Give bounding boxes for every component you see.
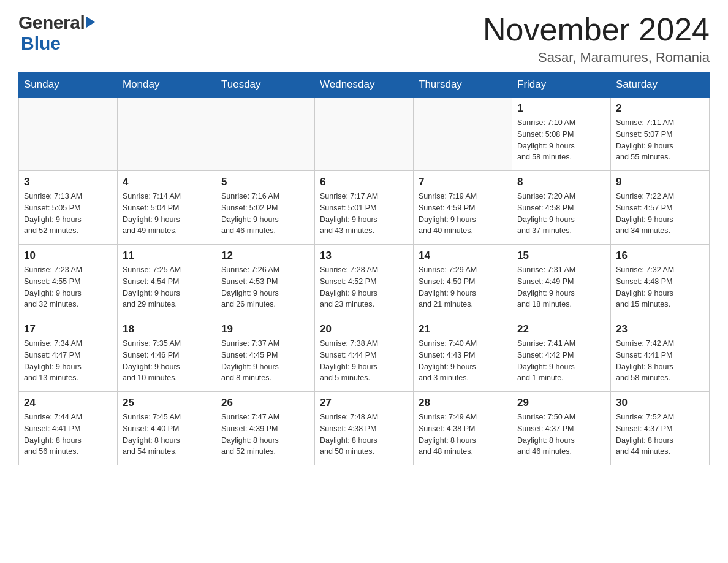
day-info: Sunrise: 7:29 AM Sunset: 4:50 PM Dayligh… — [419, 264, 507, 310]
day-info: Sunrise: 7:38 AM Sunset: 4:44 PM Dayligh… — [320, 338, 408, 384]
day-info: Sunrise: 7:41 AM Sunset: 4:42 PM Dayligh… — [517, 338, 605, 384]
day-number: 28 — [419, 397, 507, 409]
day-number: 14 — [419, 250, 507, 262]
day-number: 27 — [320, 397, 408, 409]
day-number: 21 — [419, 323, 507, 335]
day-number: 1 — [517, 102, 605, 115]
day-number: 5 — [221, 176, 309, 188]
calendar-cell: 23Sunrise: 7:42 AM Sunset: 4:41 PM Dayli… — [611, 318, 710, 392]
day-number: 26 — [221, 397, 309, 409]
calendar-cell: 21Sunrise: 7:40 AM Sunset: 4:43 PM Dayli… — [414, 318, 512, 392]
day-number: 17 — [24, 323, 112, 335]
day-info: Sunrise: 7:10 AM Sunset: 5:08 PM Dayligh… — [517, 117, 605, 163]
calendar-cell — [19, 98, 118, 171]
calendar-cell — [414, 98, 512, 171]
calendar-cell: 1Sunrise: 7:10 AM Sunset: 5:08 PM Daylig… — [512, 98, 611, 171]
day-info: Sunrise: 7:22 AM Sunset: 4:57 PM Dayligh… — [616, 191, 704, 237]
day-info: Sunrise: 7:26 AM Sunset: 4:53 PM Dayligh… — [221, 264, 309, 310]
calendar-cell: 29Sunrise: 7:50 AM Sunset: 4:37 PM Dayli… — [512, 392, 611, 465]
day-info: Sunrise: 7:23 AM Sunset: 4:55 PM Dayligh… — [24, 264, 112, 310]
calendar-cell: 20Sunrise: 7:38 AM Sunset: 4:44 PM Dayli… — [315, 318, 414, 392]
weekday-header-sunday: Sunday — [19, 72, 118, 98]
day-info: Sunrise: 7:19 AM Sunset: 4:59 PM Dayligh… — [419, 191, 507, 237]
calendar-week-row: 17Sunrise: 7:34 AM Sunset: 4:47 PM Dayli… — [19, 318, 710, 392]
day-info: Sunrise: 7:35 AM Sunset: 4:46 PM Dayligh… — [123, 338, 211, 384]
day-number: 3 — [24, 176, 112, 188]
calendar-cell: 9Sunrise: 7:22 AM Sunset: 4:57 PM Daylig… — [611, 171, 710, 245]
calendar-cell: 18Sunrise: 7:35 AM Sunset: 4:46 PM Dayli… — [118, 318, 216, 392]
day-number: 8 — [517, 176, 605, 188]
calendar-cell: 22Sunrise: 7:41 AM Sunset: 4:42 PM Dayli… — [512, 318, 611, 392]
day-number: 25 — [123, 397, 211, 409]
day-info: Sunrise: 7:34 AM Sunset: 4:47 PM Dayligh… — [24, 338, 112, 384]
calendar-cell: 4Sunrise: 7:14 AM Sunset: 5:04 PM Daylig… — [118, 171, 216, 245]
calendar-cell — [118, 98, 216, 171]
day-info: Sunrise: 7:40 AM Sunset: 4:43 PM Dayligh… — [419, 338, 507, 384]
calendar-table: SundayMondayTuesdayWednesdayThursdayFrid… — [18, 72, 710, 465]
weekday-header-thursday: Thursday — [414, 72, 512, 98]
calendar-cell: 16Sunrise: 7:32 AM Sunset: 4:48 PM Dayli… — [611, 245, 710, 318]
calendar-cell — [315, 98, 414, 171]
day-number: 22 — [517, 323, 605, 335]
calendar-cell: 17Sunrise: 7:34 AM Sunset: 4:47 PM Dayli… — [19, 318, 118, 392]
day-number: 24 — [24, 397, 112, 409]
calendar-week-row: 10Sunrise: 7:23 AM Sunset: 4:55 PM Dayli… — [19, 245, 710, 318]
weekday-header-monday: Monday — [118, 72, 216, 98]
calendar-cell: 27Sunrise: 7:48 AM Sunset: 4:38 PM Dayli… — [315, 392, 414, 465]
day-number: 7 — [419, 176, 507, 188]
calendar-cell: 3Sunrise: 7:13 AM Sunset: 5:05 PM Daylig… — [19, 171, 118, 245]
day-number: 23 — [616, 323, 704, 335]
day-number: 9 — [616, 176, 704, 188]
day-info: Sunrise: 7:32 AM Sunset: 4:48 PM Dayligh… — [616, 264, 704, 310]
day-number: 30 — [616, 397, 704, 409]
weekday-header-friday: Friday — [512, 72, 611, 98]
calendar-cell: 26Sunrise: 7:47 AM Sunset: 4:39 PM Dayli… — [216, 392, 315, 465]
calendar-cell: 24Sunrise: 7:44 AM Sunset: 4:41 PM Dayli… — [19, 392, 118, 465]
day-number: 10 — [24, 250, 112, 262]
day-number: 20 — [320, 323, 408, 335]
day-info: Sunrise: 7:50 AM Sunset: 4:37 PM Dayligh… — [517, 412, 605, 458]
calendar-cell: 14Sunrise: 7:29 AM Sunset: 4:50 PM Dayli… — [414, 245, 512, 318]
day-number: 19 — [221, 323, 309, 335]
weekday-header-wednesday: Wednesday — [315, 72, 414, 98]
logo-blue-text: Blue — [21, 33, 61, 53]
day-info: Sunrise: 7:49 AM Sunset: 4:38 PM Dayligh… — [419, 412, 507, 458]
calendar-week-row: 24Sunrise: 7:44 AM Sunset: 4:41 PM Dayli… — [19, 392, 710, 465]
weekday-header-row: SundayMondayTuesdayWednesdayThursdayFrid… — [19, 72, 710, 98]
day-number: 4 — [123, 176, 211, 188]
day-info: Sunrise: 7:44 AM Sunset: 4:41 PM Dayligh… — [24, 412, 112, 458]
day-info: Sunrise: 7:52 AM Sunset: 4:37 PM Dayligh… — [616, 412, 704, 458]
day-info: Sunrise: 7:13 AM Sunset: 5:05 PM Dayligh… — [24, 191, 112, 237]
day-number: 13 — [320, 250, 408, 262]
calendar-cell: 30Sunrise: 7:52 AM Sunset: 4:37 PM Dayli… — [611, 392, 710, 465]
day-info: Sunrise: 7:47 AM Sunset: 4:39 PM Dayligh… — [221, 412, 309, 458]
day-number: 16 — [616, 250, 704, 262]
calendar-week-row: 3Sunrise: 7:13 AM Sunset: 5:05 PM Daylig… — [19, 171, 710, 245]
calendar-cell: 15Sunrise: 7:31 AM Sunset: 4:49 PM Dayli… — [512, 245, 611, 318]
day-info: Sunrise: 7:20 AM Sunset: 4:58 PM Dayligh… — [517, 191, 605, 237]
calendar-cell: 13Sunrise: 7:28 AM Sunset: 4:52 PM Dayli… — [315, 245, 414, 318]
location-title: Sasar, Maramures, Romania — [483, 50, 710, 66]
logo: General Blue — [18, 12, 95, 54]
calendar-cell: 28Sunrise: 7:49 AM Sunset: 4:38 PM Dayli… — [414, 392, 512, 465]
day-number: 29 — [517, 397, 605, 409]
day-info: Sunrise: 7:11 AM Sunset: 5:07 PM Dayligh… — [616, 117, 704, 163]
calendar-cell: 2Sunrise: 7:11 AM Sunset: 5:07 PM Daylig… — [611, 98, 710, 171]
day-info: Sunrise: 7:17 AM Sunset: 5:01 PM Dayligh… — [320, 191, 408, 237]
calendar-cell: 5Sunrise: 7:16 AM Sunset: 5:02 PM Daylig… — [216, 171, 315, 245]
page-header: General Blue November 2024 Sasar, Maramu… — [18, 12, 710, 66]
month-title: November 2024 — [483, 12, 710, 47]
day-number: 6 — [320, 176, 408, 188]
calendar-week-row: 1Sunrise: 7:10 AM Sunset: 5:08 PM Daylig… — [19, 98, 710, 171]
calendar-cell: 25Sunrise: 7:45 AM Sunset: 4:40 PM Dayli… — [118, 392, 216, 465]
day-info: Sunrise: 7:16 AM Sunset: 5:02 PM Dayligh… — [221, 191, 309, 237]
calendar-cell: 11Sunrise: 7:25 AM Sunset: 4:54 PM Dayli… — [118, 245, 216, 318]
day-info: Sunrise: 7:45 AM Sunset: 4:40 PM Dayligh… — [123, 412, 211, 458]
calendar-cell: 7Sunrise: 7:19 AM Sunset: 4:59 PM Daylig… — [414, 171, 512, 245]
logo-triangle-icon — [86, 17, 95, 28]
day-number: 2 — [616, 102, 704, 115]
day-info: Sunrise: 7:31 AM Sunset: 4:49 PM Dayligh… — [517, 264, 605, 310]
day-info: Sunrise: 7:14 AM Sunset: 5:04 PM Dayligh… — [123, 191, 211, 237]
calendar-cell: 10Sunrise: 7:23 AM Sunset: 4:55 PM Dayli… — [19, 245, 118, 318]
calendar-cell: 12Sunrise: 7:26 AM Sunset: 4:53 PM Dayli… — [216, 245, 315, 318]
